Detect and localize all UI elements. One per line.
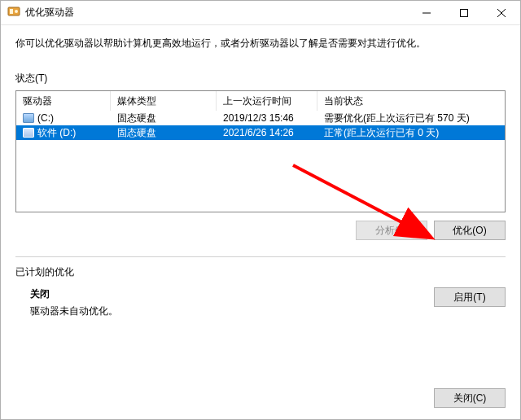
column-drive[interactable]: 驱动器 — [16, 91, 111, 111]
maximize-button[interactable] — [445, 1, 483, 24]
divider — [15, 256, 506, 257]
schedule-body: 关闭 驱动器未自动优化。 启用(T) — [15, 287, 506, 318]
column-last-run[interactable]: 上一次运行时间 — [217, 91, 317, 111]
analyze-button[interactable]: 分析(A) — [356, 221, 427, 240]
drive-list[interactable]: 驱动器 媒体类型 上一次运行时间 当前状态 (C:) 固态硬盘 2019/12/… — [15, 90, 506, 212]
column-state[interactable]: 当前状态 — [317, 91, 505, 111]
drive-last-run: 2021/6/26 14:26 — [217, 127, 317, 138]
drive-media: 固态硬盘 — [111, 112, 217, 125]
drive-last-run: 2019/12/3 15:46 — [217, 112, 317, 124]
enable-schedule-button[interactable]: 启用(T) — [434, 287, 506, 307]
app-icon — [7, 5, 20, 20]
drive-name: 软件 (D:) — [37, 126, 76, 140]
drive-state: 正常(距上次运行已有 0 天) — [317, 126, 505, 140]
drive-media: 固态硬盘 — [111, 126, 217, 140]
description-text: 你可以优化驱动器以帮助计算机更高效地运行，或者分析驱动器以了解是否需要对其进行优… — [15, 37, 506, 50]
schedule-off-label: 关闭 — [30, 287, 118, 301]
window-controls — [408, 1, 520, 24]
svg-point-2 — [15, 10, 18, 13]
optimize-button[interactable]: 优化(O) — [434, 221, 506, 240]
drive-icon — [23, 113, 34, 123]
close-button[interactable]: 关闭(C) — [434, 388, 506, 408]
window-title: 优化驱动器 — [25, 6, 74, 20]
titlebar: 优化驱动器 — [1, 1, 520, 25]
drive-name: (C:) — [37, 112, 54, 124]
content-area: 你可以优化驱动器以帮助计算机更高效地运行，或者分析驱动器以了解是否需要对其进行优… — [1, 25, 520, 328]
minimize-button[interactable] — [408, 1, 445, 24]
drive-row[interactable]: 软件 (D:) 固态硬盘 2021/6/26 14:26 正常(距上次运行已有 … — [16, 125, 505, 140]
svg-rect-1 — [10, 9, 13, 14]
drive-icon — [23, 128, 34, 138]
drive-state: 需要优化(距上次运行已有 570 天) — [317, 112, 505, 125]
drive-list-header: 驱动器 媒体类型 上一次运行时间 当前状态 — [16, 91, 505, 111]
svg-rect-4 — [461, 9, 468, 16]
status-label: 状态(T) — [15, 72, 506, 85]
schedule-info: 关闭 驱动器未自动优化。 — [15, 287, 118, 318]
drive-row[interactable]: (C:) 固态硬盘 2019/12/3 15:46 需要优化(距上次运行已有 5… — [16, 111, 505, 125]
schedule-title: 已计划的优化 — [15, 265, 506, 279]
action-buttons: 分析(A) 优化(O) — [15, 221, 506, 240]
close-window-button[interactable] — [483, 1, 520, 24]
schedule-off-desc: 驱动器未自动优化。 — [30, 304, 118, 318]
footer: 关闭(C) — [434, 388, 506, 408]
column-media[interactable]: 媒体类型 — [111, 91, 217, 111]
